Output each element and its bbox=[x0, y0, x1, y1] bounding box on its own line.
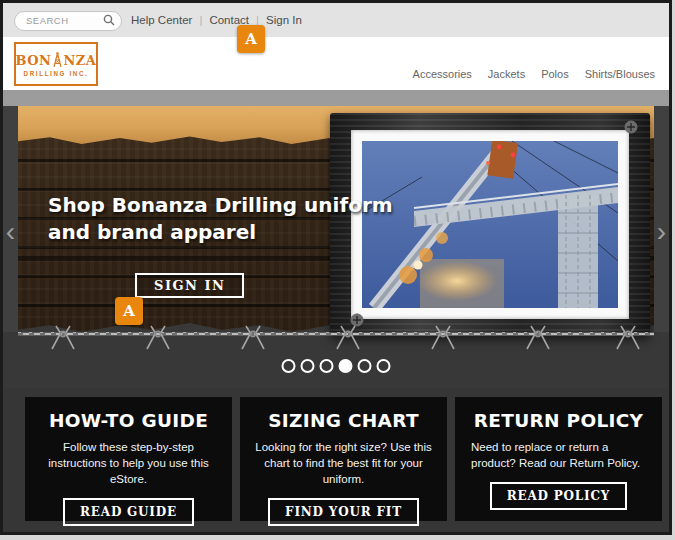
logo-text-end: NZA bbox=[63, 54, 96, 67]
carousel-dot[interactable] bbox=[282, 359, 296, 373]
drilling-rig-photo bbox=[362, 141, 618, 308]
carousel-dot-active[interactable] bbox=[339, 359, 353, 373]
header-divider-band bbox=[3, 90, 669, 106]
page: Help Center | Contact | Sign In A BON NZ… bbox=[0, 0, 672, 535]
carousel-dot[interactable] bbox=[301, 359, 315, 373]
find-your-fit-button[interactable]: FIND YOUR FIT bbox=[268, 498, 419, 526]
nav-shirts-blouses[interactable]: Shirts/Blouses bbox=[585, 68, 655, 80]
logo-text-start: BON bbox=[16, 54, 52, 67]
read-guide-button[interactable]: READ GUIDE bbox=[63, 498, 194, 526]
carousel-prev-arrow[interactable]: ‹ bbox=[3, 218, 18, 246]
carousel-dot[interactable] bbox=[377, 359, 391, 373]
card-title: SIZING CHART bbox=[240, 410, 447, 431]
logo-subtitle: DRILLING INC. bbox=[24, 70, 89, 77]
photo-matte bbox=[351, 130, 629, 319]
separator: | bbox=[199, 14, 202, 26]
card-title: RETURN POLICY bbox=[455, 410, 662, 431]
card-body: Need to replace or return a product? Rea… bbox=[471, 439, 649, 471]
bonanza-logo: BON NZA DRILLING INC. bbox=[14, 42, 98, 86]
card-body: Follow these step-by-step instructions t… bbox=[38, 439, 219, 487]
hero-headline: Shop Bonanza Drilling uniform and brand … bbox=[48, 192, 393, 246]
read-policy-button[interactable]: READ POLICY bbox=[490, 482, 627, 510]
info-card-section: HOW-TO GUIDE Follow these step-by-step i… bbox=[3, 388, 669, 532]
carousel-left-gutter: ‹ bbox=[3, 106, 18, 332]
search-box bbox=[14, 10, 122, 30]
carousel-dot[interactable] bbox=[358, 359, 372, 373]
nav-jackets[interactable]: Jackets bbox=[488, 68, 525, 80]
utility-links: Help Center | Contact | Sign In bbox=[131, 3, 302, 37]
return-policy-card: RETURN POLICY Need to replace or return … bbox=[455, 397, 662, 521]
hero-carousel: Shop Bonanza Drilling uniform and brand … bbox=[3, 106, 669, 388]
card-body: Looking for the right size? Use this cha… bbox=[253, 439, 434, 487]
how-to-guide-card: HOW-TO GUIDE Follow these step-by-step i… bbox=[25, 397, 232, 521]
annotation-marker-a-hero: A bbox=[115, 297, 143, 325]
screw-icon bbox=[624, 120, 638, 134]
nav-polos[interactable]: Polos bbox=[541, 68, 569, 80]
sign-in-link[interactable]: Sign In bbox=[266, 14, 302, 26]
screw-icon bbox=[350, 313, 364, 327]
sizing-chart-card: SIZING CHART Looking for the right size?… bbox=[240, 397, 447, 521]
help-center-link[interactable]: Help Center bbox=[131, 14, 192, 26]
annotation-marker-a-signin: A bbox=[237, 25, 265, 53]
carousel-dots bbox=[282, 359, 391, 373]
nav-accessories[interactable]: Accessories bbox=[413, 68, 472, 80]
site-header: BON NZA DRILLING INC. Accessories Jacket… bbox=[3, 37, 669, 90]
hero-sign-in-button[interactable]: SIGN IN bbox=[135, 273, 244, 298]
top-utility-bar: Help Center | Contact | Sign In bbox=[3, 3, 669, 37]
oil-derrick-icon bbox=[52, 52, 63, 67]
main-navigation: Accessories Jackets Polos Shirts/Blouses bbox=[413, 68, 655, 80]
search-icon[interactable] bbox=[103, 14, 115, 26]
carousel-dot[interactable] bbox=[320, 359, 334, 373]
card-title: HOW-TO GUIDE bbox=[25, 410, 232, 431]
carousel-right-gutter: › bbox=[654, 106, 669, 332]
carousel-next-arrow[interactable]: › bbox=[654, 218, 669, 246]
